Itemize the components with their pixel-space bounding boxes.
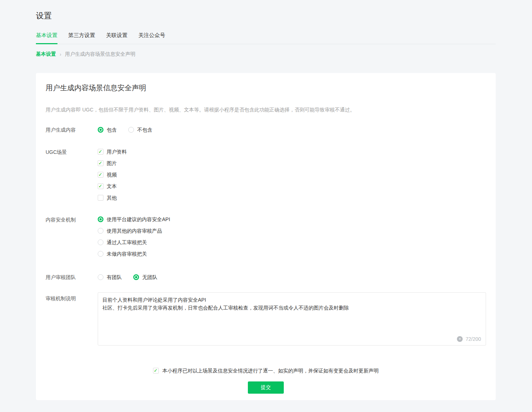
checkbox-icon[interactable] bbox=[98, 172, 103, 178]
tab-basic-settings[interactable]: 基本设置 bbox=[36, 32, 57, 44]
field-ugc-scenes: UGC场景 用户资料 图片 视频 bbox=[46, 149, 486, 201]
settings-page: 设置 基本设置 第三方设置 关联设置 关注公众号 基本设置 › 用户生成内容场景… bbox=[0, 0, 532, 400]
card-title: 用户生成内容场景信息安全声明 bbox=[46, 83, 486, 93]
checkbox-icon[interactable] bbox=[98, 183, 103, 189]
radio-option-other-product[interactable]: 使用其他的内容审核产品 bbox=[98, 228, 486, 234]
radio-icon[interactable] bbox=[98, 239, 103, 245]
checkbox-option-text[interactable]: 文本 bbox=[98, 183, 486, 189]
mechanism-description-box: 目前个人资料和用户评论处采用了内容安全API 社区、打卡先后采用了先审再发机制，… bbox=[98, 292, 486, 345]
breadcrumb-current: 用户生成内容场景信息安全声明 bbox=[65, 51, 135, 58]
submit-button[interactable]: 提交 bbox=[248, 381, 284, 394]
radio-icon[interactable] bbox=[133, 274, 139, 280]
field-mechanism-description: 审核机制说明 目前个人资料和用户评论处采用了内容安全API 社区、打卡先后采用了… bbox=[46, 292, 486, 345]
radio-icon[interactable] bbox=[128, 127, 134, 133]
checkbox-option-other[interactable]: 其他 bbox=[98, 195, 486, 201]
breadcrumb-parent-link[interactable]: 基本设置 bbox=[36, 51, 56, 58]
tab-follow-official-account[interactable]: 关注公众号 bbox=[138, 32, 165, 44]
checkbox-option-user-profile[interactable]: 用户资料 bbox=[98, 149, 486, 155]
checkbox-option-images[interactable]: 图片 bbox=[98, 160, 486, 166]
confirm-declaration-label: 本小程序已对以上场景及信息安全情况进行了逐一、如实的声明，并保证如有变更会及时更… bbox=[162, 368, 379, 374]
checkbox-icon[interactable] bbox=[153, 368, 159, 374]
radio-option-not-include[interactable]: 不包含 bbox=[128, 127, 152, 133]
mechanism-description-textarea[interactable]: 目前个人资料和用户评论处采用了内容安全API 社区、打卡先后采用了先审再发机制，… bbox=[98, 293, 486, 334]
ugc-declaration-card: 用户生成内容场景信息安全声明 用户生成内容即 UGC，包括但不限于用户资料、图片… bbox=[36, 73, 496, 400]
tab-bar: 基本设置 第三方设置 关联设置 关注公众号 bbox=[36, 32, 496, 44]
tab-third-party-settings[interactable]: 第三方设置 bbox=[68, 32, 95, 44]
radio-option-no-review[interactable]: 未做内容审核把关 bbox=[98, 251, 486, 257]
radio-icon[interactable] bbox=[98, 216, 103, 222]
tab-linked-settings[interactable]: 关联设置 bbox=[106, 32, 128, 44]
field-ugc-content-label: 用户生成内容 bbox=[46, 127, 98, 133]
radio-option-has-team[interactable]: 有团队 bbox=[98, 274, 122, 280]
field-ugc-content: 用户生成内容 包含 不包含 bbox=[46, 127, 486, 133]
radio-icon[interactable] bbox=[98, 228, 103, 234]
checkbox-icon[interactable] bbox=[98, 195, 103, 201]
checkbox-option-video[interactable]: 视频 bbox=[98, 172, 486, 178]
ugc-declaration-form: 用户生成内容 包含 不包含 UGC场景 bbox=[46, 127, 486, 394]
confirm-declaration-checkbox-row[interactable]: 本小程序已对以上场景及信息安全情况进行了逐一、如实的声明，并保证如有变更会及时更… bbox=[46, 368, 486, 374]
radio-icon[interactable] bbox=[98, 274, 103, 280]
checkbox-icon[interactable] bbox=[98, 149, 103, 155]
field-safety-mechanism-label: 内容安全机制 bbox=[46, 216, 98, 257]
radio-option-no-team[interactable]: 无团队 bbox=[133, 274, 157, 280]
card-description: 用户生成内容即 UGC，包括但不限于用户资料、图片、视频、文本等。请根据小程序是… bbox=[46, 106, 486, 113]
field-ugc-scenes-label: UGC场景 bbox=[46, 149, 98, 201]
radio-option-include[interactable]: 包含 bbox=[98, 127, 117, 133]
radio-icon[interactable] bbox=[98, 251, 103, 257]
page-title: 设置 bbox=[36, 0, 496, 21]
checkbox-icon[interactable] bbox=[98, 160, 103, 166]
chevron-right-icon: › bbox=[60, 51, 61, 57]
breadcrumb: 基本设置 › 用户生成内容场景信息安全声明 bbox=[36, 51, 496, 58]
field-review-team: 用户审核团队 有团队 无团队 bbox=[46, 274, 486, 280]
clear-icon[interactable] bbox=[457, 336, 463, 342]
radio-icon[interactable] bbox=[98, 127, 103, 133]
char-counter: 72/200 bbox=[466, 336, 481, 342]
field-review-team-label: 用户审核团队 bbox=[46, 274, 98, 280]
field-safety-mechanism: 内容安全机制 使用平台建议的内容安全API 使用其他的内容审核产品 通过人工审核… bbox=[46, 216, 486, 257]
radio-option-manual-review[interactable]: 通过人工审核把关 bbox=[98, 239, 486, 245]
field-mechanism-description-label: 审核机制说明 bbox=[46, 292, 98, 345]
radio-option-platform-api[interactable]: 使用平台建议的内容安全API bbox=[98, 216, 486, 222]
